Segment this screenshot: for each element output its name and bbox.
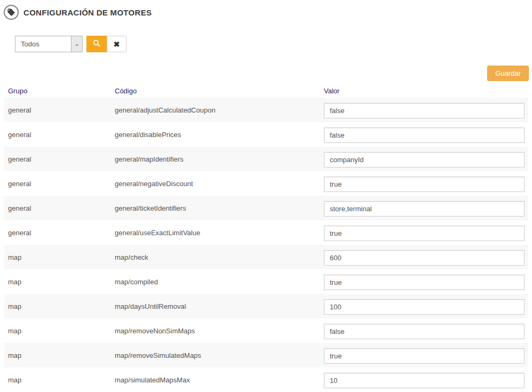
page-title: CONFIGURACIÓN DE MOTORES (23, 8, 152, 17)
row-code-label: general/ticketIdentifiers (115, 204, 324, 212)
table-row: map map/removeSimulatedMaps (4, 343, 528, 367)
row-code-label: map/check (115, 253, 324, 261)
column-header-valor: Valor (324, 87, 528, 95)
save-button[interactable]: Guardar (487, 66, 529, 81)
chevron-down-icon: ⌄ (71, 36, 82, 52)
row-value-cell (324, 249, 528, 266)
value-input[interactable] (324, 324, 525, 339)
value-input[interactable] (324, 373, 525, 388)
value-input[interactable] (324, 152, 525, 167)
row-group-label: general (4, 229, 115, 237)
row-value-cell (324, 224, 528, 241)
tag-icon (4, 5, 19, 20)
table-body: general general/adjustCalculatedCoupon g… (4, 98, 528, 392)
table-header: Grupo Código Valor (4, 84, 528, 98)
row-group-label: map (4, 327, 115, 335)
row-code-label: general/negativeDiscount (115, 180, 324, 188)
value-input[interactable] (324, 103, 525, 118)
group-filter-selected-value: Todos (15, 36, 71, 52)
row-value-cell (324, 347, 528, 364)
search-button[interactable] (86, 36, 107, 52)
row-value-cell (324, 273, 528, 290)
row-code-label: general/adjustCalculatedCoupon (115, 106, 324, 114)
table-row: map map/compiled (4, 269, 528, 294)
config-table: Grupo Código Valor general general/adjus… (4, 84, 528, 392)
row-group-label: map (4, 376, 115, 384)
table-row: general general/adjustCalculatedCoupon (4, 98, 528, 122)
row-group-label: general (4, 131, 115, 139)
value-input[interactable] (324, 177, 525, 192)
table-row: map map/daysUntilRemoval (4, 294, 528, 318)
row-value-cell (324, 126, 528, 143)
column-header-grupo: Grupo (4, 87, 115, 95)
value-input[interactable] (324, 275, 525, 290)
save-row: Guardar (0, 66, 529, 81)
row-group-label: map (4, 302, 115, 310)
row-value-cell (324, 298, 528, 315)
value-input[interactable] (324, 299, 525, 315)
value-input[interactable] (324, 201, 525, 217)
row-value-cell (324, 150, 528, 167)
value-input[interactable] (324, 348, 525, 364)
row-group-label: general (4, 180, 115, 188)
row-group-label: map (4, 253, 115, 261)
close-icon: ✖ (114, 40, 120, 49)
row-value-cell (324, 199, 528, 217)
page-header: CONFIGURACIÓN DE MOTORES (0, 0, 532, 20)
row-group-label: general (4, 155, 115, 163)
row-group-label: map (4, 278, 115, 286)
table-row: general general/ticketIdentifiers (4, 196, 528, 220)
row-group-label: map (4, 351, 115, 359)
table-row: general general/useExactLimitValue (4, 220, 528, 245)
search-icon (92, 39, 101, 49)
row-value-cell (324, 175, 528, 192)
value-input[interactable] (324, 226, 525, 241)
value-input[interactable] (324, 127, 525, 143)
row-code-label: map/daysUntilRemoval (115, 302, 324, 310)
table-row: general general/mapIdentifiers (4, 147, 528, 171)
column-header-codigo: Código (115, 87, 324, 95)
row-code-label: map/simulatedMapsMax (115, 376, 324, 384)
group-filter-select[interactable]: Todos ⌄ (15, 36, 83, 52)
table-row: general general/negativeDiscount (4, 171, 528, 196)
row-code-label: general/useExactLimitValue (115, 229, 324, 237)
row-code-label: map/compiled (115, 278, 324, 286)
row-code-label: map/removeSimulatedMaps (115, 351, 324, 359)
row-code-label: general/mapIdentifiers (115, 155, 324, 163)
table-row: general general/disablePrices (4, 122, 528, 147)
row-code-label: general/disablePrices (115, 131, 324, 139)
row-value-cell (324, 322, 528, 339)
row-group-label: general (4, 204, 115, 212)
row-group-label: general (4, 106, 115, 114)
row-code-label: map/removeNonSimMaps (115, 327, 324, 335)
row-value-cell (324, 101, 528, 118)
table-row: map map/simulatedMapsMax (4, 367, 528, 392)
filter-toolbar: Todos ⌄ ✖ (15, 36, 532, 52)
table-row: map map/removeNonSimMaps (4, 318, 528, 343)
row-value-cell (324, 371, 528, 388)
value-input[interactable] (324, 250, 525, 266)
clear-filter-button[interactable]: ✖ (107, 36, 126, 52)
table-row: map map/check (4, 245, 528, 269)
